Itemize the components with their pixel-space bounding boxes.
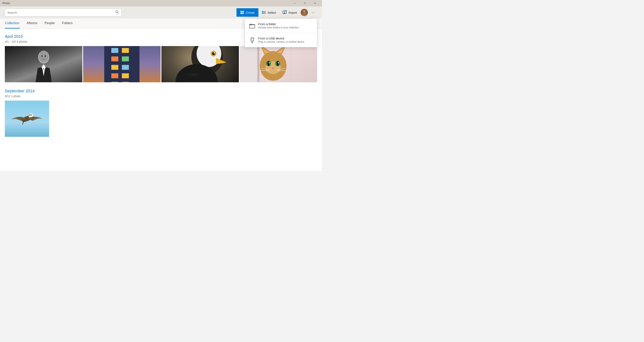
svg-point-21 <box>41 55 43 57</box>
eagle-illustration <box>162 46 239 82</box>
tab-folders[interactable]: Folders <box>62 18 73 28</box>
tab-people[interactable]: People <box>44 18 55 28</box>
photo-grid-sep2014 <box>5 100 317 137</box>
import-label: Import <box>288 11 297 14</box>
cat-illustration <box>240 46 317 82</box>
svg-rect-31 <box>111 65 118 70</box>
search-icon <box>115 10 119 14</box>
folder-icon <box>249 23 256 29</box>
toolbar-right: Create Select <box>236 8 317 17</box>
svg-rect-12 <box>262 12 263 13</box>
svg-rect-30 <box>122 56 129 62</box>
svg-point-59 <box>268 61 270 66</box>
from-usb-text: From a USB device Plug in a phone, camer… <box>258 36 304 43</box>
svg-point-20 <box>39 51 48 62</box>
search-input[interactable] <box>8 11 114 14</box>
svg-rect-2 <box>240 11 242 12</box>
toolbar: Create Select <box>0 6 322 18</box>
maximize-button[interactable]: ☐ <box>300 0 310 6</box>
building-illustration <box>83 46 160 82</box>
svg-rect-13 <box>262 13 263 14</box>
svg-point-17 <box>303 10 306 13</box>
import-badge <box>282 10 287 15</box>
svg-point-18 <box>302 13 306 16</box>
svg-rect-34 <box>122 74 129 78</box>
title-bar: Photos ─ ☐ ✕ <box>0 0 322 6</box>
photo-bird-sky[interactable] <box>5 100 49 137</box>
create-button[interactable]: Create <box>236 8 258 17</box>
svg-line-1 <box>118 13 119 14</box>
search-button[interactable] <box>115 10 119 15</box>
svg-rect-36 <box>122 82 129 82</box>
svg-point-22 <box>44 55 46 57</box>
from-usb-title: From a USB device <box>258 36 304 40</box>
window-controls: ─ ☐ ✕ <box>290 0 320 6</box>
bw-man-illustration <box>32 46 56 82</box>
dropdown-from-usb[interactable]: From a USB device Plug in a phone, camer… <box>245 33 317 47</box>
svg-rect-74 <box>252 42 253 43</box>
svg-rect-11 <box>262 11 263 12</box>
svg-rect-29 <box>111 56 118 62</box>
select-icon <box>262 11 266 14</box>
svg-point-61 <box>269 62 270 63</box>
photo-cat[interactable] <box>240 46 317 82</box>
avatar-icon <box>301 9 308 16</box>
osprey-illustration <box>5 100 49 137</box>
photo-grid-april2015 <box>5 46 317 82</box>
svg-rect-33 <box>111 74 118 78</box>
main-content: April 2015 4/1 – 4/2 4 photos <box>0 28 322 171</box>
create-icon <box>240 10 244 14</box>
more-button[interactable]: ··· <box>309 8 317 17</box>
svg-point-42 <box>214 52 215 53</box>
app-title: Photos <box>2 2 10 5</box>
svg-point-60 <box>277 61 279 66</box>
svg-rect-32 <box>122 65 129 70</box>
more-icon: ··· <box>311 10 314 15</box>
svg-rect-28 <box>122 48 129 53</box>
tab-albums[interactable]: Albums <box>26 18 38 28</box>
select-label: Select <box>268 11 276 14</box>
svg-rect-35 <box>111 82 118 82</box>
dropdown-from-folder[interactable]: From a folder Include more folders in yo… <box>245 19 317 33</box>
photo-bw-man[interactable] <box>5 46 82 82</box>
svg-point-77 <box>253 38 254 39</box>
from-usb-subtitle: Plug in a phone, camera, or another devi… <box>258 40 304 43</box>
photo-building[interactable] <box>83 46 160 82</box>
select-button[interactable]: Select <box>259 8 279 17</box>
close-button[interactable]: ✕ <box>310 0 320 6</box>
import-badge-dot <box>285 10 287 12</box>
svg-rect-49 <box>240 46 258 82</box>
svg-rect-3 <box>242 11 244 12</box>
svg-point-62 <box>278 62 279 63</box>
section-month-sep2014: September 2014 <box>5 89 317 93</box>
import-dropdown: From a folder Include more folders in yo… <box>245 18 317 47</box>
avatar[interactable] <box>301 9 308 16</box>
tab-collection[interactable]: Collection <box>5 18 20 28</box>
photo-eagle[interactable] <box>162 46 239 82</box>
create-label: Create <box>246 11 255 14</box>
section-sep2014: September 2014 9/12 1 photo <box>5 89 317 137</box>
minimize-button[interactable]: ─ <box>290 0 300 6</box>
from-folder-text: From a folder Include more folders in yo… <box>258 22 299 29</box>
svg-rect-4 <box>240 13 242 14</box>
svg-rect-50 <box>258 46 260 82</box>
import-button[interactable]: Import <box>280 8 300 17</box>
from-folder-subtitle: Include more folders in your collection <box>258 26 299 29</box>
section-meta-sep2014: 9/12 1 photo <box>5 94 317 98</box>
from-folder-title: From a folder <box>258 22 299 26</box>
svg-rect-27 <box>111 48 118 53</box>
usb-icon <box>249 37 256 44</box>
search-box <box>5 9 122 16</box>
